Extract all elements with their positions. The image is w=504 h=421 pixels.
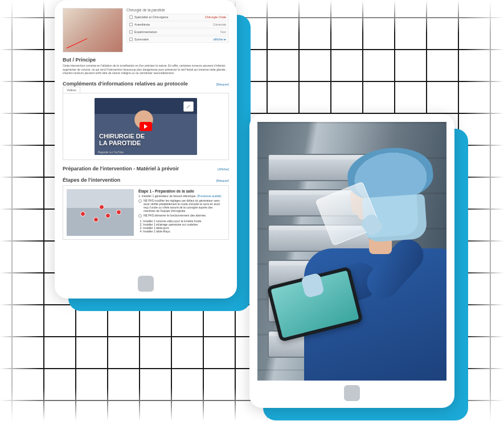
protocol-app-screen: Chirurgie de la parotide Spécialité et C… bbox=[63, 8, 229, 271]
meta-row-anesthesia[interactable]: Anesthésie Générale bbox=[126, 21, 229, 28]
protocol-meta-panel: Chirurgie de la parotide Spécialité et C… bbox=[126, 8, 229, 52]
hospital-icon bbox=[129, 30, 133, 34]
meta-value: Générale bbox=[213, 23, 226, 26]
step-title: Étape 1 - Préparation de la salle bbox=[138, 189, 225, 193]
step-check-1[interactable]: NE PAS modifier les réglages par défaut … bbox=[138, 199, 225, 212]
usage-photo bbox=[257, 122, 446, 381]
toggle-hide-link-2[interactable]: [Masquer] bbox=[216, 179, 229, 182]
left-tablet-frame: Chirurgie de la parotide Spécialité et C… bbox=[55, 0, 237, 299]
right-tablet-frame bbox=[249, 114, 454, 408]
radio-icon bbox=[138, 199, 142, 203]
home-button-left[interactable] bbox=[138, 276, 154, 292]
tab-videos[interactable]: Vidéos bbox=[63, 87, 80, 93]
list-item: Installer 1 table Mayo. bbox=[143, 230, 225, 233]
meta-label: Sommaire bbox=[134, 38, 149, 41]
anatomy-diagram-image bbox=[63, 8, 123, 52]
play-icon bbox=[140, 122, 152, 131]
home-button-right[interactable] bbox=[344, 385, 360, 401]
video-panel: CHIRURGIE DE LA PAROTIDE Regarder sur Yo… bbox=[63, 93, 229, 160]
meta-label: Spécialité et Chirurgiens bbox=[134, 15, 169, 19]
meta-value: afficher ▸ bbox=[214, 38, 226, 41]
step-subtitle: 1. Installer 1 générateur de bistouri él… bbox=[138, 194, 225, 198]
meta-value: Chirurgie Orale bbox=[205, 15, 226, 19]
section-steps-title: Étapes de l'intervention bbox=[63, 177, 120, 183]
expand-icon[interactable]: ⤢ bbox=[183, 101, 194, 112]
meta-value: Non bbox=[220, 30, 226, 34]
watch-on-youtube: Regarder sur YouTube bbox=[98, 151, 124, 154]
quality-procedure-link[interactable]: (Procédure qualité) bbox=[197, 194, 222, 198]
meta-row-experiment[interactable]: Expérimentation Non bbox=[126, 28, 229, 35]
radio-icon bbox=[138, 214, 142, 218]
meta-row-summary[interactable]: Sommaire afficher ▸ bbox=[126, 36, 229, 43]
step-check-2[interactable]: NE PAS démarrer le fonctionnement des al… bbox=[138, 214, 225, 218]
team-icon bbox=[129, 15, 133, 19]
section-but-text: Cette intervention consiste en l'ablatio… bbox=[63, 64, 229, 75]
meta-label: Anesthésie bbox=[134, 23, 150, 26]
anesthesia-icon bbox=[129, 23, 133, 26]
list-icon bbox=[129, 38, 133, 41]
protocol-title: Chirurgie de la parotide bbox=[126, 8, 229, 12]
step-1-card: Étape 1 - Préparation de la salle 1. Ins… bbox=[63, 185, 229, 240]
video-overlay-title: CHIRURGIE DE LA PAROTIDE bbox=[99, 133, 145, 146]
toggle-show-link[interactable]: [Afficher] bbox=[218, 167, 229, 171]
operating-room-image bbox=[67, 189, 134, 236]
video-thumbnail[interactable]: CHIRURGIE DE LA PAROTIDE Regarder sur Yo… bbox=[95, 98, 197, 155]
section-but-title: But / Principe bbox=[63, 57, 229, 63]
section-complements-title: Compléments d'informations relatives au … bbox=[63, 81, 188, 87]
step-list: Installer 1 colonne vidéo pour la lumièr… bbox=[143, 219, 225, 233]
section-prep-title: Préparation de l'intervention - Matériel… bbox=[63, 166, 179, 171]
meta-label: Expérimentation bbox=[134, 30, 157, 34]
toggle-hide-link[interactable]: [Masquer] bbox=[216, 83, 229, 86]
meta-row-specialty[interactable]: Spécialité et Chirurgiens Chirurgie Oral… bbox=[126, 14, 229, 21]
